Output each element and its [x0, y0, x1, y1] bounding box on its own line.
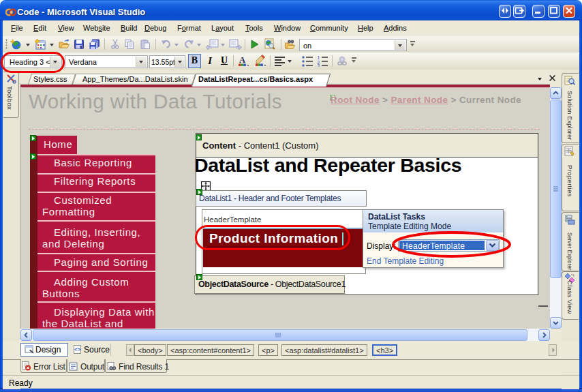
svg-text:3: 3: [318, 63, 320, 67]
svg-text:A: A: [239, 55, 245, 65]
svg-text:<>: <>: [74, 346, 81, 352]
